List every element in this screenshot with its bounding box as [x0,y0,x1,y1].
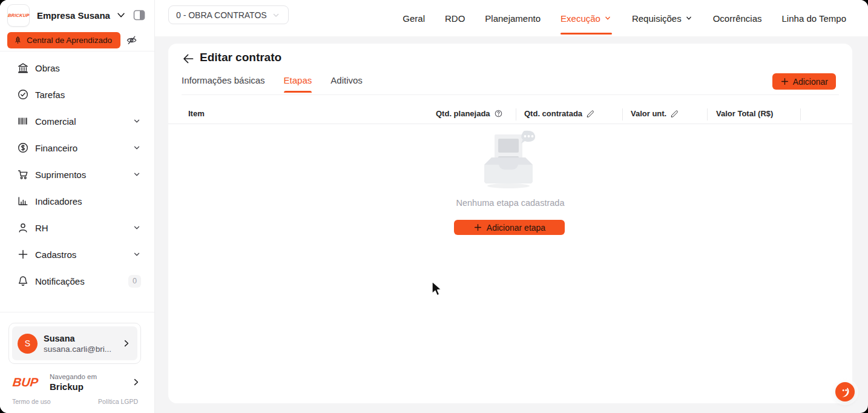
app-window: 0 - OBRA CONTRATOS Geral RDO Planejament… [0,0,868,413]
tab-label: Informações básicas [182,75,265,85]
active-tab-underline [284,91,312,93]
chevron-down-icon[interactable] [116,10,127,21]
sidebar-item-label: Comercial [35,116,76,127]
user-name: Susana [44,334,116,343]
tabs: Informações básicas Etapas Aditivos [182,75,363,93]
eye-off-icon [126,35,137,46]
sidebar-item-financeiro[interactable]: Financeiro [0,134,154,161]
tab-aditivos[interactable]: Aditivos [330,75,363,93]
brickup-logo-text: BRICKUP [7,13,30,18]
sidebar-item-label: RH [35,223,48,233]
plus-icon [473,223,482,232]
project-selector[interactable]: 0 - OBRA CONTRATOS [168,5,289,24]
tab-informacoes-basicas[interactable]: Informações básicas [182,75,265,93]
sidebar-item-obras[interactable]: Obras [0,55,154,81]
cart-icon [17,168,29,180]
arrow-left-icon [182,52,195,65]
chevron-down-icon [133,223,141,232]
sidebar-item-comercial[interactable]: Comercial [0,108,154,134]
central-aprendizado-label: Central de Aprendizado [27,36,112,45]
nav-item-label: Execução [561,13,600,24]
company-name: Empresa Susana [37,10,110,21]
help-circle-icon[interactable] [494,109,503,118]
nav-item-requisicoes[interactable]: Requisições [632,0,693,36]
add-button[interactable]: Adicionar [772,73,836,90]
chevron-down-icon [133,250,141,259]
central-aprendizado-button[interactable]: Central de Aprendizado [7,32,120,48]
sidebar-item-tarefas[interactable]: Tarefas [0,81,154,108]
table-header: Item Qtd. planejada Qtd. contratada Valo [168,104,852,124]
brickup-logo: BRICKUP [7,4,30,27]
nav-item-planejamento[interactable]: Planejamento [485,0,541,36]
terms-link[interactable]: Termo de uso [12,398,51,405]
app-switcher[interactable]: BUP Navegando em Brickup [8,369,141,395]
divider [0,51,154,51]
sidebar: BRICKUP Empresa Susana [0,0,155,413]
nav-item-geral[interactable]: Geral [403,0,425,36]
nav-item-label: Requisições [632,13,682,24]
avatar-initial: S [25,339,30,348]
sidebar-collapse-icon[interactable] [133,9,145,21]
column-header-valor-unt: Valor unt. [631,109,679,118]
support-chat-button[interactable] [835,382,855,401]
active-nav-underline [561,33,612,35]
chevron-down-icon [603,14,612,22]
sidebar-item-label: Tarefas [35,90,65,100]
nav-item-label: Planejamento [485,13,541,24]
sidebar-item-label: Financeiro [35,143,77,153]
chevron-down-icon [133,144,141,152]
main-card: Editar contrato Informações básicas Etap… [168,44,852,403]
bup-logo: BUP [8,375,43,389]
user-texts: Susana susana.carli@bri... [44,334,116,354]
chevron-down-icon [133,117,141,125]
project-selector-value: 0 - OBRA CONTRATOS [176,10,271,20]
check-circle-icon [17,88,29,101]
hide-learning-button[interactable] [126,35,137,46]
nav-item-label: Ocorrências [713,13,762,24]
sidebar-nav: Obras Tarefas [0,55,154,294]
column-separator [622,108,623,121]
chevron-right-icon [131,377,141,387]
chevron-right-icon [122,339,131,348]
learning-row: Central de Aprendizado [7,32,149,48]
bar-chart-icon [17,195,29,207]
sidebar-item-cadastros[interactable]: Cadastros [0,241,154,268]
nav-item-label: Linha do Tempo [782,13,846,24]
app-switcher-name: Brickup [50,382,131,392]
sidebar-item-suprimentos[interactable]: Suprimentos [0,161,154,188]
nav-item-linha-do-tempo[interactable]: Linha do Tempo [782,0,846,36]
privacy-link[interactable]: Política LGPD [98,398,138,405]
nav-item-label: Geral [403,13,425,24]
user-card-inner: S Susana susana.carli@bri... [12,326,137,360]
sidebar-item-indicadores[interactable]: Indicadores [0,188,154,214]
sidebar-item-label: Suprimentos [35,170,86,180]
bell-icon [17,275,29,287]
back-button[interactable] [182,51,196,66]
nav-item-rdo[interactable]: RDO [445,0,465,36]
sidebar-item-notificacoes[interactable]: Notificações 0 [0,268,154,294]
plus-icon [17,248,29,260]
pencil-icon[interactable] [586,109,595,118]
barcode-icon [17,115,29,127]
bank-icon [17,62,29,74]
tab-etapas[interactable]: Etapas [284,75,312,93]
nav-item-execucao[interactable]: Execução [561,0,612,36]
divider [0,312,154,312]
mascot-icon [837,384,853,400]
tab-label: Etapas [284,75,312,85]
user-card[interactable]: S Susana susana.carli@bri... [8,323,141,364]
user-email: susana.carli@bri... [44,345,116,354]
column-header-qtd-contratada: Qtd. contratada [524,109,595,118]
empty-state-illustration [478,130,542,190]
dollar-circle-icon [17,142,29,154]
app-switcher-sublabel: Navegando em [50,373,131,380]
pencil-icon[interactable] [670,109,679,118]
avatar: S [18,334,38,354]
brand-row: BRICKUP Empresa Susana [7,3,149,27]
column-separator [516,108,516,121]
nav-item-ocorrencias[interactable]: Ocorrências [713,0,762,36]
sidebar-item-rh[interactable]: RH [0,214,154,241]
app-switcher-texts: Navegando em Brickup [50,373,131,392]
tab-label: Aditivos [330,75,363,85]
add-etapa-button[interactable]: Adicionar etapa [454,220,565,235]
